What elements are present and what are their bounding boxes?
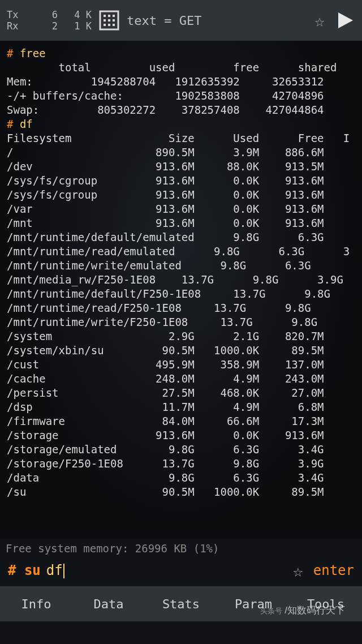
tx-rate: 4 K (58, 9, 92, 20)
tab-info[interactable]: Info (0, 597, 72, 611)
command-input-row: # su df ☆ enter (0, 555, 362, 586)
svg-rect-2 (108, 15, 110, 17)
cursor (63, 564, 64, 578)
tab-stats[interactable]: Stats (145, 597, 217, 611)
txrx-labels: Tx Rx (7, 9, 29, 32)
tab-data[interactable]: Data (72, 597, 145, 611)
free-rows: Mem: 1945288704 1912635392 32653312 -/+ … (7, 75, 360, 117)
df-rows: / 890.5M 3.9M 886.6M /dev 913.6M 88.0K 9… (7, 145, 360, 499)
svg-rect-4 (104, 19, 106, 22)
svg-rect-8 (108, 24, 110, 26)
input-prompt: # su (8, 563, 41, 578)
txrx-rates: 4 K 1 K (58, 9, 92, 32)
rx-label: Rx (7, 20, 29, 32)
input-favorite-icon[interactable]: ☆ (293, 561, 303, 581)
tab-tools[interactable]: Tools (290, 597, 362, 611)
prompt-hash: # (7, 47, 20, 59)
tx-label: Tx (7, 9, 29, 20)
enter-button[interactable]: enter (313, 563, 354, 578)
memory-status: Free system memory: 26996 KB (1%) (0, 542, 362, 555)
free-command: free (20, 47, 46, 59)
terminal-output[interactable]: # free total used free shared bu Mem: 19… (0, 41, 362, 539)
svg-rect-5 (108, 19, 110, 22)
favorite-icon[interactable]: ☆ (314, 11, 325, 31)
txrx-counts: 6 2 (29, 9, 58, 32)
run-button[interactable] (335, 10, 355, 31)
command-input-value: df (46, 563, 63, 578)
tab-param[interactable]: Param (217, 597, 290, 611)
svg-rect-9 (113, 24, 115, 26)
svg-rect-3 (113, 15, 115, 17)
free-header: total used free shared bu (7, 61, 362, 74)
top-toolbar: Tx Rx 6 2 4 K 1 K text = GET ☆ (0, 0, 362, 41)
svg-rect-7 (104, 24, 106, 26)
svg-marker-10 (338, 12, 353, 28)
rx-rate: 1 K (58, 20, 92, 32)
tx-count: 6 (46, 9, 58, 20)
rx-count: 2 (46, 20, 58, 32)
df-header: Filesystem Size Used Free I (7, 132, 350, 144)
svg-rect-1 (104, 15, 106, 17)
command-input[interactable]: df (46, 563, 64, 578)
grid-icon[interactable] (98, 10, 120, 31)
page-title: text = GET (127, 14, 201, 28)
svg-rect-6 (113, 19, 115, 22)
prompt-hash: # (7, 118, 20, 130)
df-command: df (20, 118, 33, 130)
bottom-tabs: Info Data Stats Param Tools (0, 586, 362, 621)
